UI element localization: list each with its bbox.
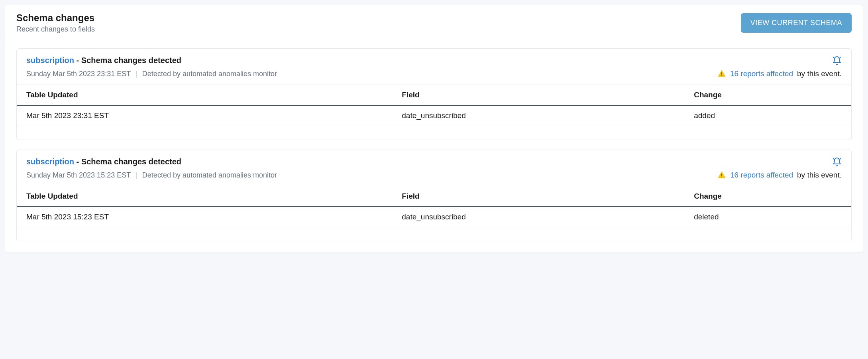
reports-affected-link[interactable]: 16 reports affected <box>730 69 793 78</box>
svg-rect-3 <box>721 177 722 178</box>
schema-change-event: subscription - Schema changes detected S… <box>16 48 852 140</box>
event-meta: Sunday Mar 5th 2023 15:23 EST | Detected… <box>17 171 851 186</box>
event-meta-left: Sunday Mar 5th 2023 15:23 EST | Detected… <box>26 171 277 180</box>
reports-affected-row: 16 reports affected by this event. <box>717 69 842 78</box>
schema-change-event: subscription - Schema changes detected S… <box>16 150 852 241</box>
title-separator: - <box>77 157 81 166</box>
panel-header-text: Schema changes Recent changes to fields <box>16 12 95 34</box>
panel-subtitle: Recent changes to fields <box>16 25 95 34</box>
cell-updated: Mar 5th 2023 23:31 EST <box>17 105 392 126</box>
reports-affected-suffix: by this event. <box>797 171 842 180</box>
svg-rect-1 <box>721 75 722 76</box>
reports-affected-link[interactable]: 16 reports affected <box>730 171 793 180</box>
table-header-row: Table Updated Field Change <box>17 186 851 207</box>
bell-alert-icon[interactable] <box>832 157 842 168</box>
entity-link[interactable]: subscription <box>26 157 74 166</box>
warning-icon <box>717 171 726 180</box>
event-detected-by: Detected by automated anomalies monitor <box>142 70 277 78</box>
panel-body: subscription - Schema changes detected S… <box>5 41 863 252</box>
bell-alert-icon[interactable] <box>832 56 842 67</box>
cell-field: date_unsubscribed <box>392 105 684 126</box>
table-header-row: Table Updated Field Change <box>17 85 851 106</box>
col-header-change: Change <box>684 85 851 106</box>
event-title-row: subscription - Schema changes detected <box>26 157 181 166</box>
view-current-schema-button[interactable]: VIEW CURRENT SCHEMA <box>741 13 852 33</box>
schema-change-table: Table Updated Field Change Mar 5th 2023 … <box>17 85 851 126</box>
svg-rect-0 <box>721 72 722 75</box>
event-table-wrap: Table Updated Field Change Mar 5th 2023 … <box>17 85 851 140</box>
cell-change: deleted <box>684 207 851 227</box>
schema-changes-panel: Schema changes Recent changes to fields … <box>5 5 863 253</box>
warning-icon <box>717 69 726 78</box>
event-timestamp: Sunday Mar 5th 2023 23:31 EST <box>26 70 131 78</box>
event-detected-by: Detected by automated anomalies monitor <box>142 171 277 180</box>
panel-title: Schema changes <box>16 12 95 24</box>
event-title: Schema changes detected <box>81 157 181 166</box>
event-head: subscription - Schema changes detected <box>17 49 851 67</box>
event-table-wrap: Table Updated Field Change Mar 5th 2023 … <box>17 186 851 241</box>
reports-affected-row: 16 reports affected by this event. <box>717 171 842 180</box>
entity-link[interactable]: subscription <box>26 56 74 65</box>
col-header-field: Field <box>392 85 684 106</box>
table-row: Mar 5th 2023 15:23 EST date_unsubscribed… <box>17 207 851 227</box>
cell-change: added <box>684 105 851 126</box>
event-meta: Sunday Mar 5th 2023 23:31 EST | Detected… <box>17 69 851 85</box>
reports-affected-suffix: by this event. <box>797 69 842 78</box>
event-meta-left: Sunday Mar 5th 2023 23:31 EST | Detected… <box>26 70 277 78</box>
svg-rect-2 <box>721 174 722 176</box>
col-header-field: Field <box>392 186 684 207</box>
title-separator: - <box>77 56 81 65</box>
table-row: Mar 5th 2023 23:31 EST date_unsubscribed… <box>17 105 851 126</box>
col-header-updated: Table Updated <box>17 186 392 207</box>
meta-divider: | <box>136 171 137 180</box>
meta-divider: | <box>136 70 137 78</box>
schema-change-table: Table Updated Field Change Mar 5th 2023 … <box>17 186 851 227</box>
col-header-change: Change <box>684 186 851 207</box>
event-head: subscription - Schema changes detected <box>17 150 851 168</box>
cell-updated: Mar 5th 2023 15:23 EST <box>17 207 392 227</box>
cell-field: date_unsubscribed <box>392 207 684 227</box>
event-title: Schema changes detected <box>81 56 181 65</box>
panel-header: Schema changes Recent changes to fields … <box>5 5 863 41</box>
col-header-updated: Table Updated <box>17 85 392 106</box>
event-timestamp: Sunday Mar 5th 2023 15:23 EST <box>26 171 131 180</box>
event-title-row: subscription - Schema changes detected <box>26 56 181 65</box>
